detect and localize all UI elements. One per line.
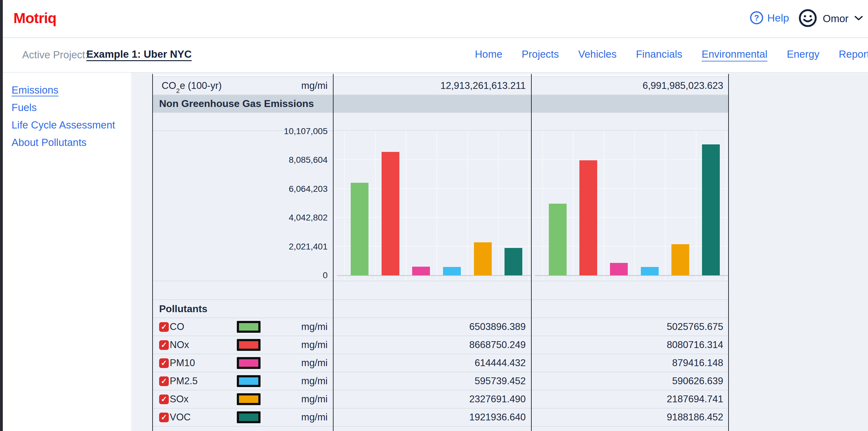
clipped-row (152, 427, 729, 431)
nav-link-environmental[interactable]: Environmental (702, 48, 768, 60)
column-divider-2 (531, 74, 532, 431)
pollutant-color-swatch (237, 393, 260, 405)
pollutant-unit: mg/mi (301, 375, 328, 387)
smiley-avatar-icon (799, 9, 817, 29)
y-tick-label: 0 (322, 270, 328, 280)
pollutant-row-voc: ✓VOCmg/mi1921936.6409188186.452 (152, 408, 729, 427)
y-tick-label: 6,064,203 (289, 184, 328, 194)
section-header-title: Non Greenhouse Gas Emissions (152, 95, 333, 112)
pollutant-value-scenario2: 9188186.452 (531, 408, 729, 427)
pollutant-value-scenario2: 2187694.741 (531, 391, 729, 408)
bar-chart-scenario1 (333, 131, 531, 281)
pollutant-row-co: ✓COmg/mi6503896.3895025765.675 (152, 318, 729, 336)
gridline (696, 131, 696, 281)
pollutant-name: NOx (170, 339, 189, 351)
pollutant-value-scenario1: 8668750.249 (333, 336, 531, 354)
pollutant-checkbox-pm10[interactable]: ✓ (159, 358, 169, 368)
pollutant-row-nox: ✓NOxmg/mi8668750.2498080716.314 (152, 336, 729, 354)
user-name: Omor (823, 13, 849, 25)
bar-voc (702, 144, 720, 275)
pollutant-name: VOC (170, 412, 191, 423)
bar-co (549, 204, 567, 275)
gridline (498, 131, 499, 281)
pollutant-value-scenario1: 6503896.389 (333, 318, 531, 336)
pollutant-color-swatch (237, 321, 260, 333)
gridline (467, 131, 468, 281)
project-nav-bar: Active Project: Example 1: Uber NYC Home… (3, 38, 868, 73)
co2e-label: CO2e (100-yr) (162, 80, 222, 91)
pollutant-checkbox-sox[interactable]: ✓ (159, 395, 169, 404)
sidebar-nav: EmissionsFuelsLife Cycle AssessmentAbout… (11, 81, 115, 151)
pollutant-unit: mg/mi (301, 394, 328, 405)
pollutant-unit: mg/mi (301, 357, 328, 369)
pollutant-name: SOx (170, 394, 188, 405)
co2e-unit: mg/mi (301, 80, 328, 91)
bar-pm10 (610, 263, 628, 275)
pollutant-unit: mg/mi (301, 412, 328, 423)
gridline (604, 131, 604, 281)
pollutant-value-scenario1: 2327691.490 (333, 391, 531, 408)
pollutant-checkbox-pm25[interactable]: ✓ (159, 376, 169, 386)
pollutant-name: PM10 (170, 357, 195, 369)
column-divider-1 (333, 74, 334, 431)
gridline (573, 131, 574, 281)
bar-chart-scenario2 (531, 131, 729, 281)
y-tick-label: 10,107,005 (284, 126, 328, 136)
bar-sox (474, 242, 492, 275)
pollutant-unit: mg/mi (301, 321, 328, 332)
active-project-link[interactable]: Example 1: Uber NYC (86, 48, 192, 60)
window-edge (0, 0, 3, 431)
pollutant-value-scenario1: 595739.452 (333, 372, 531, 391)
gridline (634, 131, 635, 281)
bar-pm25 (641, 267, 659, 275)
pollutant-checkbox-voc[interactable]: ✓ (159, 412, 169, 422)
bar-pm10 (412, 267, 430, 275)
user-menu-button[interactable]: Omor (799, 9, 863, 29)
nav-link-reports[interactable]: Reports (839, 48, 868, 60)
pollutant-name: PM2.5 (170, 375, 198, 387)
table-border-left (152, 74, 153, 431)
question-circle-icon: ? (750, 11, 763, 24)
pollutant-color-swatch (237, 339, 260, 351)
bar-sox (672, 244, 689, 275)
gridline (726, 131, 726, 281)
emissions-table: CO2e (100-yr) mg/mi 12,913,261,613.211 6… (152, 74, 729, 431)
pollutant-rows: ✓COmg/mi6503896.3895025765.675✓NOxmg/mi8… (152, 318, 729, 427)
pollutant-color-swatch (237, 375, 260, 387)
help-label: Help (767, 12, 789, 24)
help-button[interactable]: ? Help (750, 11, 789, 24)
gridline (542, 131, 543, 281)
gridline (528, 131, 529, 281)
chevron-down-icon (854, 15, 863, 22)
pollutant-row-sox: ✓SOxmg/mi2327691.4902187694.741 (152, 391, 729, 408)
co2e-value-scenario1: 12,913,261,613.211 (333, 77, 531, 95)
pollutant-checkbox-nox[interactable]: ✓ (159, 340, 169, 350)
gridline (665, 131, 665, 281)
main-nav: HomeProjectsVehiclesFinancialsEnvironmen… (475, 48, 868, 60)
nav-link-home[interactable]: Home (475, 48, 502, 60)
nav-link-energy[interactable]: Energy (787, 48, 819, 60)
nav-link-financials[interactable]: Financials (636, 48, 682, 60)
gridline (436, 131, 437, 281)
sidebar-item-fuels[interactable]: Fuels (11, 99, 115, 116)
pollutant-row-pm10: ✓PM10mg/mi614444.432879416.148 (152, 354, 729, 372)
nav-link-vehicles[interactable]: Vehicles (578, 48, 617, 60)
co2e-value-scenario2: 6,991,985,023.623 (531, 77, 729, 95)
app-logo[interactable]: Motriq (13, 9, 57, 27)
bar-voc (504, 248, 522, 275)
nav-link-projects[interactable]: Projects (522, 48, 559, 60)
pollutant-value-scenario2: 5025765.675 (531, 318, 729, 336)
y-tick-label: 2,021,401 (289, 242, 328, 252)
pollutant-row-pm25: ✓PM2.5mg/mi595739.452590626.639 (152, 372, 729, 391)
chart-row: 02,021,4014,042,8026,064,2038,085,60410,… (152, 131, 729, 281)
sidebar-item-about-pollutants[interactable]: About Pollutants (11, 134, 115, 151)
pollutant-color-swatch (237, 411, 260, 423)
sidebar: EmissionsFuelsLife Cycle AssessmentAbout… (3, 73, 131, 431)
sidebar-item-emissions[interactable]: Emissions (11, 81, 115, 99)
pollutant-checkbox-co[interactable]: ✓ (159, 322, 169, 332)
sidebar-item-life-cycle-assessment[interactable]: Life Cycle Assessment (11, 116, 115, 134)
active-project-label: Active Project: (22, 49, 88, 61)
pollutants-header-title: Pollutants (152, 300, 333, 318)
chart-y-axis-labels: 02,021,4014,042,8026,064,2038,085,60410,… (152, 131, 333, 281)
pollutant-color-swatch (237, 357, 260, 369)
